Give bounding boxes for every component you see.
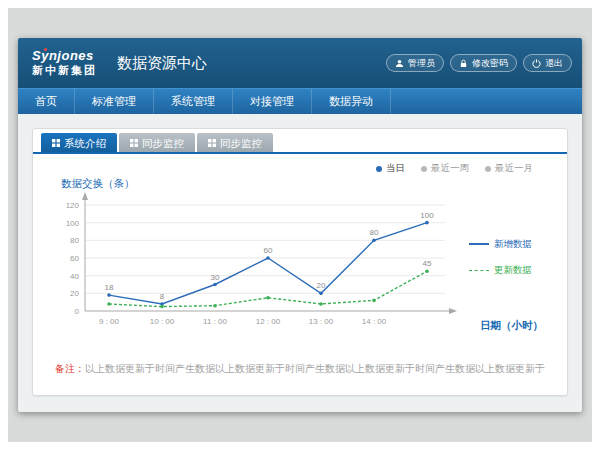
nav-item-standard-mgmt[interactable]: 标准管理 xyxy=(75,89,154,114)
svg-text:80: 80 xyxy=(70,236,79,245)
tab-label: 同步监控 xyxy=(220,137,262,149)
nav-item-data-changes[interactable]: 数据异动 xyxy=(312,89,391,114)
filter-today[interactable]: 当日 xyxy=(376,162,405,175)
svg-text:12 : 00: 12 : 00 xyxy=(256,317,281,326)
logout-label: 退出 xyxy=(545,57,563,69)
svg-text:10 : 00: 10 : 00 xyxy=(150,317,175,326)
svg-text:18: 18 xyxy=(105,283,114,292)
dot-icon xyxy=(421,166,427,172)
svg-text:60: 60 xyxy=(70,254,79,263)
filter-last-month[interactable]: 最近一月 xyxy=(485,162,533,175)
dot-icon xyxy=(376,166,382,172)
header-actions: 管理员 修改密码 退出 xyxy=(386,54,572,72)
line-sample-icon xyxy=(469,243,489,245)
svg-text:20: 20 xyxy=(70,289,79,298)
filter-label: 最近一月 xyxy=(495,162,533,175)
nav-item-system-mgmt[interactable]: 系统管理 xyxy=(154,89,233,114)
admin-user-button[interactable]: 管理员 xyxy=(386,54,444,72)
change-password-label: 修改密码 xyxy=(472,57,508,69)
admin-user-label: 管理员 xyxy=(408,57,435,69)
svg-text:80: 80 xyxy=(370,228,379,237)
grid-icon xyxy=(208,139,216,147)
nav-item-home[interactable]: 首页 xyxy=(18,89,75,114)
desktop-background: Synjones 新中新集团 数据资源中心 管理员 修改密码 xyxy=(8,8,592,442)
series-legend-label: 新增数据 xyxy=(494,238,532,251)
svg-text:40: 40 xyxy=(70,272,79,281)
x-axis-title: 日期（小时） xyxy=(480,319,543,333)
svg-text:14 : 00: 14 : 00 xyxy=(362,317,387,326)
series-legend-label: 更新数据 xyxy=(494,264,532,277)
tab-sync-monitor-1[interactable]: 同步监控 xyxy=(119,133,195,152)
change-password-button[interactable]: 修改密码 xyxy=(450,54,517,72)
line-chart: 0204060801001209 : 0010 : 0011 : 0012 : … xyxy=(49,191,469,349)
svg-text:100: 100 xyxy=(66,219,80,228)
time-filter-legend: 当日 最近一周 最近一月 xyxy=(49,162,551,175)
svg-text:20: 20 xyxy=(317,281,326,290)
chart-canvas: 0204060801001209 : 0010 : 0011 : 0012 : … xyxy=(49,191,469,349)
svg-text:9 : 00: 9 : 00 xyxy=(99,317,120,326)
svg-text:13 : 00: 13 : 00 xyxy=(309,317,334,326)
app-window: Synjones 新中新集团 数据资源中心 管理员 修改密码 xyxy=(18,38,582,412)
tab-label: 同步监控 xyxy=(142,137,184,149)
chart-section: 当日 最近一周 最近一月 数据交换（条） 0204060801 xyxy=(33,154,567,349)
tab-system-intro[interactable]: 系统介绍 xyxy=(41,133,117,152)
main-panel: 系统介绍 同步监控 同步监控 xyxy=(32,128,568,396)
svg-text:120: 120 xyxy=(66,201,80,210)
page-title: 数据资源中心 xyxy=(117,54,207,73)
logo-dot xyxy=(44,48,47,51)
svg-text:45: 45 xyxy=(423,259,432,268)
footnote-text: 以上数据更新于时间产生数据以上数据更新于时间产生数据以上数据更新于时间产生数据以… xyxy=(85,363,545,374)
line-sample-icon xyxy=(469,270,489,271)
svg-text:30: 30 xyxy=(211,273,220,282)
tab-label: 系统介绍 xyxy=(64,137,106,149)
svg-text:100: 100 xyxy=(420,211,434,220)
grid-icon xyxy=(130,139,138,147)
content-area: 系统介绍 同步监控 同步监控 xyxy=(18,114,582,412)
svg-text:60: 60 xyxy=(264,246,273,255)
logo-subtext: 新中新集团 xyxy=(32,63,97,77)
logout-icon xyxy=(532,59,541,68)
nav-item-connection-mgmt[interactable]: 对接管理 xyxy=(233,89,312,114)
svg-text:0: 0 xyxy=(75,307,80,316)
brand: Synjones 新中新集团 数据资源中心 xyxy=(28,49,207,77)
logo: Synjones 新中新集团 xyxy=(28,49,97,77)
footnote: 备注：以上数据更新于时间产生数据以上数据更新于时间产生数据以上数据更新于时间产生… xyxy=(55,361,545,377)
tab-sync-monitor-2[interactable]: 同步监控 xyxy=(197,133,273,152)
logout-button[interactable]: 退出 xyxy=(523,54,572,72)
app-header: Synjones 新中新集团 数据资源中心 管理员 修改密码 xyxy=(18,38,582,88)
grid-icon xyxy=(52,139,60,147)
series-legend-item: 新增数据 xyxy=(469,238,549,251)
filter-label: 最近一周 xyxy=(431,162,469,175)
footnote-label: 备注： xyxy=(55,363,85,374)
dot-icon xyxy=(485,166,491,172)
svg-text:8: 8 xyxy=(160,292,165,301)
lock-icon xyxy=(459,59,468,68)
series-legend-item: 更新数据 xyxy=(469,264,549,277)
y-axis-title: 数据交换（条） xyxy=(61,177,551,191)
svg-text:11 : 00: 11 : 00 xyxy=(203,317,227,326)
logo-text: Synjones xyxy=(32,49,97,63)
user-icon xyxy=(395,59,404,68)
tab-bar: 系统介绍 同步监控 同步监控 xyxy=(33,129,567,154)
main-nav: 首页 标准管理 系统管理 对接管理 数据异动 xyxy=(18,88,582,114)
filter-last-week[interactable]: 最近一周 xyxy=(421,162,469,175)
filter-label: 当日 xyxy=(386,162,405,175)
chart-area: 0204060801001209 : 0010 : 0011 : 0012 : … xyxy=(49,191,551,349)
